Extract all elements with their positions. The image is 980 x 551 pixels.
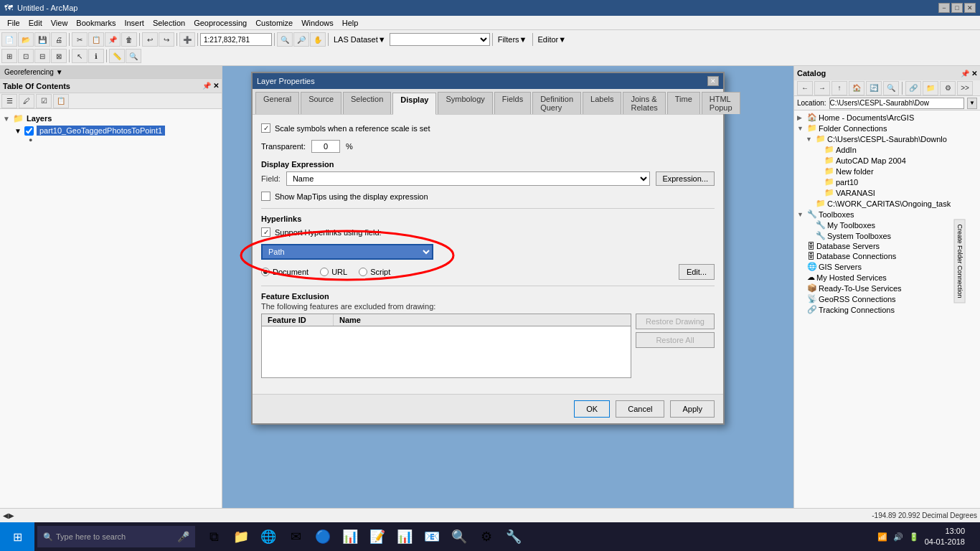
- maximize-btn[interactable]: □: [951, 3, 963, 13]
- tab-time[interactable]: Time: [667, 92, 700, 114]
- cut-btn[interactable]: ✂: [72, 32, 88, 47]
- tree-addin[interactable]: 📁 AddIn: [794, 144, 980, 155]
- tree-newfolder[interactable]: 📁 New folder: [794, 166, 980, 176]
- taskbar-edge[interactable]: 🌐: [255, 524, 281, 550]
- tab-symbology[interactable]: Symbology: [438, 92, 492, 114]
- radio-script-btn[interactable]: [359, 268, 367, 276]
- menu-view[interactable]: View: [47, 17, 72, 29]
- zoom-in-btn[interactable]: 🔍: [277, 32, 293, 47]
- taskbar-clock[interactable]: 13:00 04-01-2018: [925, 526, 965, 548]
- expand-icon[interactable]: ▼: [3, 115, 10, 123]
- tree-folder-connections[interactable]: ▼ 📁 Folder Connections: [794, 123, 980, 133]
- tree-gis-servers[interactable]: 🌐 GIS Servers: [794, 261, 980, 272]
- tree-db-servers[interactable]: 🗄 Database Servers: [794, 241, 980, 251]
- hl-field-select[interactable]: Path: [261, 244, 433, 260]
- add-data-btn[interactable]: ➕: [179, 32, 195, 47]
- cancel-btn[interactable]: Cancel: [616, 400, 664, 418]
- catalog-new-btn[interactable]: 📁: [923, 81, 938, 95]
- tree-part10[interactable]: 📁 part10: [794, 176, 980, 187]
- edit-btn[interactable]: Edit...: [679, 264, 715, 280]
- radio-document-btn[interactable]: [261, 268, 270, 276]
- tree-user-folder[interactable]: ▼ 📁 C:\Users\CESPL-Saurabh\Downlo: [794, 133, 980, 144]
- catalog-back-btn[interactable]: ←: [797, 81, 813, 95]
- menu-bookmarks[interactable]: Bookmarks: [72, 17, 120, 29]
- taskbar-file-explorer[interactable]: 📁: [228, 524, 254, 550]
- toc-src-btn[interactable]: 📋: [53, 94, 69, 108]
- menu-windows[interactable]: Windows: [297, 17, 338, 29]
- catalog-controls[interactable]: 📌 ✕: [961, 70, 977, 77]
- tree-tracking[interactable]: 🔗 Tracking Connections: [794, 304, 980, 315]
- tree-georss[interactable]: 📡 GeoRSS Connections: [794, 293, 980, 304]
- tree-autocad[interactable]: 📁 AutoCAD Map 2004: [794, 155, 980, 166]
- taskbar-mail[interactable]: ✉: [283, 524, 308, 550]
- taskbar-task-view[interactable]: ⧉: [201, 524, 227, 550]
- search-bar[interactable]: 🔍 Type here to search 🎤: [37, 526, 195, 547]
- taskbar-excel[interactable]: 📊: [337, 524, 363, 550]
- ok-btn[interactable]: OK: [574, 400, 610, 418]
- catalog-home-btn[interactable]: 🏠: [849, 81, 864, 95]
- tree-rtu-services[interactable]: 📦 Ready-To-Use Services: [794, 283, 980, 293]
- tree-systoolboxes[interactable]: 🔧 System Toolboxes: [794, 230, 980, 241]
- restore-drawing-btn[interactable]: Restore Drawing: [636, 314, 715, 329]
- tree-db-connections[interactable]: 🗄 Database Connections: [794, 251, 980, 261]
- tab-fields[interactable]: Fields: [494, 92, 531, 114]
- create-folder-tab[interactable]: Create Folder Connection: [953, 219, 965, 303]
- tab-joins-relates[interactable]: Joins & Relates: [623, 92, 665, 114]
- new-btn[interactable]: 📄: [1, 32, 17, 47]
- select-btn[interactable]: ↖: [72, 49, 88, 63]
- catalog-connect-btn[interactable]: 🔗: [905, 81, 921, 95]
- catalog-fwd-btn[interactable]: →: [814, 81, 830, 95]
- tab-html-popup[interactable]: HTML Popup: [702, 92, 740, 114]
- tree-hosted-services[interactable]: ☁ My Hosted Services: [794, 272, 980, 283]
- menu-help[interactable]: Help: [338, 17, 363, 29]
- menu-insert[interactable]: Insert: [120, 17, 149, 29]
- toc-list-btn[interactable]: ☰: [1, 94, 17, 108]
- tab-definition-query[interactable]: Definition Query: [532, 92, 581, 114]
- delete-btn[interactable]: 🗑: [121, 32, 137, 47]
- close-btn[interactable]: ✕: [964, 3, 976, 13]
- dialog-close-btn[interactable]: ✕: [707, 76, 719, 86]
- taskbar-app9[interactable]: 🔍: [446, 524, 472, 550]
- catalog-refresh-btn[interactable]: 🔄: [866, 81, 882, 95]
- tree-varanasi[interactable]: 📁 VARANASI: [794, 187, 980, 198]
- start-button[interactable]: ⊞: [0, 522, 34, 551]
- zoom-layer-btn[interactable]: ⊡: [18, 49, 34, 63]
- save-btn[interactable]: 💾: [34, 32, 50, 47]
- open-btn[interactable]: 📂: [18, 32, 34, 47]
- tree-mytoolboxes[interactable]: 🔧 My Toolboxes: [794, 220, 980, 230]
- paste-btn[interactable]: 📌: [105, 32, 121, 47]
- pan-btn[interactable]: ✋: [310, 32, 326, 47]
- redo-btn[interactable]: ↪: [159, 32, 174, 47]
- pan2-btn[interactable]: ⊠: [51, 49, 67, 63]
- transparent-input[interactable]: [311, 140, 340, 153]
- expand-layer-icon[interactable]: ▼: [14, 127, 22, 135]
- toc-draw-btn[interactable]: 🖊: [19, 94, 34, 108]
- minimize-btn[interactable]: −: [938, 3, 950, 13]
- taskbar-app11[interactable]: 🔧: [501, 524, 527, 550]
- zoom-full-btn[interactable]: ⊞: [1, 49, 17, 63]
- taskbar-chrome[interactable]: 🔵: [310, 524, 336, 550]
- measure-btn[interactable]: 📏: [109, 49, 125, 63]
- catalog-settings-btn[interactable]: ⚙: [940, 81, 956, 95]
- menu-selection[interactable]: Selection: [149, 17, 189, 29]
- apply-btn[interactable]: Apply: [670, 400, 715, 418]
- tree-work-caritas[interactable]: 📁 C:\WORK_CARITAS\Ongoing_task: [794, 198, 980, 209]
- tree-toolboxes[interactable]: ▼ 🔧 Toolboxes: [794, 209, 980, 220]
- undo-btn[interactable]: ↩: [142, 32, 158, 47]
- field-select[interactable]: Name: [286, 171, 651, 186]
- identify-btn[interactable]: ℹ: [88, 49, 104, 63]
- catalog-up-btn[interactable]: ↑: [831, 81, 847, 95]
- scroll-left-btn[interactable]: ◀: [3, 512, 9, 519]
- restore-all-btn[interactable]: Restore All: [636, 332, 715, 348]
- find-btn[interactable]: 🔍: [126, 49, 141, 63]
- tab-selection[interactable]: Selection: [343, 92, 391, 114]
- copy-btn[interactable]: 📋: [88, 32, 104, 47]
- georef-label[interactable]: Georeferencing ▼: [4, 68, 63, 76]
- scale-checkbox[interactable]: [261, 123, 270, 133]
- tab-source[interactable]: Source: [301, 92, 341, 114]
- toc-pin[interactable]: 📌 ✕: [202, 82, 219, 90]
- tab-display[interactable]: Display: [392, 93, 436, 115]
- location-dropdown-btn[interactable]: ▼: [967, 98, 977, 109]
- microphone-icon[interactable]: 🎤: [177, 531, 189, 542]
- location-input[interactable]: [829, 98, 964, 109]
